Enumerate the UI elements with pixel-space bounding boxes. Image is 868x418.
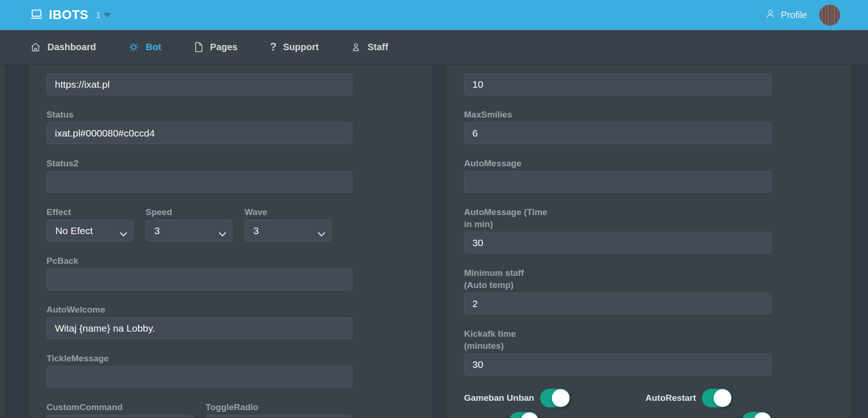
- status2-field-group: Status2: [46, 157, 352, 193]
- automessage-field-group: AutoMessage: [464, 157, 772, 193]
- nav-label: Pages: [210, 42, 238, 52]
- autowelcome-input[interactable]: [46, 317, 352, 339]
- status-label: Status: [46, 109, 352, 121]
- ticklemessage-label: TickleMessage: [46, 353, 352, 365]
- ticklemessage-field-group: TickleMessage: [46, 353, 352, 388]
- url-input[interactable]: [46, 73, 352, 95]
- brand-title: IBOTS: [49, 8, 88, 22]
- gameban-unban-group: Gameban Unban: [464, 389, 570, 407]
- gameban-unban-toggle[interactable]: [540, 389, 570, 407]
- speed-value: 3: [154, 225, 160, 236]
- nav-label: Support: [283, 42, 319, 52]
- chevron-down-icon: [318, 228, 325, 239]
- url-field-group: [46, 73, 352, 95]
- autorestart-label: AutoRestart: [645, 393, 696, 403]
- status-input[interactable]: [46, 122, 352, 144]
- autowelcome-label: AutoWelcome: [46, 304, 352, 316]
- toggle-row-2: [464, 412, 772, 418]
- file-icon: [194, 42, 204, 52]
- effect-label: Effect: [46, 206, 133, 218]
- wave-value: 3: [253, 225, 259, 236]
- customcommand-label: CustomCommand: [46, 401, 193, 413]
- effect-row: Effect No Efect Speed 3: [46, 206, 352, 242]
- autorestart-toggle[interactable]: [702, 389, 732, 407]
- toggleradio-field-group: ToggleRadio: [205, 401, 352, 418]
- automessage-time-label: AutoMessage (Time in min): [464, 206, 772, 230]
- autowelcome-field-group: AutoWelcome: [46, 304, 352, 339]
- chevron-down-icon: [119, 228, 127, 239]
- effect-select[interactable]: No Efect: [46, 220, 133, 242]
- automessage-time-field-group: AutoMessage (Time in min): [464, 206, 772, 254]
- profile-button[interactable]: Profile: [765, 9, 807, 21]
- customcommand-input[interactable]: [46, 415, 193, 418]
- automessage-input[interactable]: [464, 171, 772, 193]
- speed-select[interactable]: 3: [146, 220, 232, 242]
- top-field-group: [464, 73, 772, 95]
- bot-settings-panel-right: MaxSmilies AutoMessage AutoMessage (Time…: [446, 65, 851, 417]
- customcommand-row: CustomCommand ToggleRadio: [46, 401, 352, 418]
- toggleradio-label: ToggleRadio: [205, 401, 352, 413]
- chevron-down-icon: [219, 228, 226, 239]
- pcback-field-group: PcBack: [46, 255, 352, 290]
- wave-label: Wave: [245, 206, 331, 218]
- toggle-partial-2[interactable]: [742, 412, 772, 418]
- toggle-knob: [714, 389, 731, 407]
- instance-count[interactable]: 1: [96, 10, 101, 20]
- toggle-group-partial-1: [509, 412, 539, 418]
- maxsmilies-label: MaxSmilies: [464, 109, 772, 121]
- toggle-row-1: Gameban Unban AutoRestart: [464, 389, 732, 407]
- effect-value: No Efect: [55, 225, 93, 236]
- chevron-down-icon[interactable]: [104, 13, 111, 18]
- nav-label: Dashboard: [47, 42, 96, 52]
- nav-item-pages[interactable]: Pages: [194, 42, 238, 52]
- toggle-group-partial-2: [742, 412, 772, 418]
- maxsmilies-field-group: MaxSmilies: [464, 109, 772, 144]
- gear-icon: [128, 42, 139, 52]
- toggle-knob: [552, 389, 570, 407]
- nav-item-staff[interactable]: Staff: [351, 42, 388, 52]
- toggle-knob: [521, 412, 538, 418]
- content-area: Status Status2 Effect No Efect: [0, 65, 868, 417]
- nav-label: Staff: [367, 42, 388, 52]
- profile-label: Profile: [781, 10, 807, 20]
- toggleradio-input[interactable]: [205, 415, 352, 418]
- automessage-time-input[interactable]: [464, 232, 772, 254]
- toggle-partial-1[interactable]: [509, 412, 539, 418]
- maxsmilies-input[interactable]: [464, 122, 772, 144]
- top-input[interactable]: [464, 73, 772, 95]
- automessage-label: AutoMessage: [464, 157, 772, 170]
- question-icon: ?: [270, 41, 277, 53]
- laptop-icon: [30, 9, 43, 22]
- ticklemessage-input[interactable]: [46, 366, 352, 388]
- wave-select[interactable]: 3: [245, 220, 331, 242]
- autorestart-group: AutoRestart: [645, 389, 732, 407]
- minimum-staff-field-group: Minimum staff (Auto temp): [464, 267, 772, 314]
- kickafk-label: Kickafk time (minutes): [464, 328, 772, 352]
- kickafk-input[interactable]: [464, 353, 772, 375]
- main-nav: Dashboard Bot Pages ? Support: [0, 30, 868, 65]
- pcback-label: PcBack: [46, 255, 352, 267]
- top-header: IBOTS 1 Profile: [0, 0, 868, 30]
- left-edge-panel: [0, 65, 5, 417]
- bot-settings-panel-left: Status Status2 Effect No Efect: [29, 65, 432, 417]
- status-field-group: Status: [46, 109, 352, 144]
- home-icon: [30, 42, 41, 52]
- brand[interactable]: IBOTS: [30, 8, 88, 22]
- nav-item-bot[interactable]: Bot: [128, 42, 161, 52]
- nav-item-support[interactable]: ? Support: [270, 41, 319, 53]
- minimum-staff-input[interactable]: [464, 293, 772, 314]
- minimum-staff-label: Minimum staff (Auto temp): [464, 267, 772, 291]
- person-icon: [351, 42, 361, 52]
- pcback-input[interactable]: [46, 268, 352, 290]
- toggle-knob: [754, 412, 771, 418]
- person-icon: [765, 9, 775, 21]
- gameban-unban-label: Gameban Unban: [464, 393, 534, 403]
- avatar[interactable]: [819, 5, 840, 26]
- speed-label: Speed: [146, 206, 232, 218]
- customcommand-field-group: CustomCommand: [46, 401, 193, 418]
- nav-item-dashboard[interactable]: Dashboard: [30, 42, 96, 52]
- status2-input[interactable]: [46, 171, 352, 193]
- nav-label: Bot: [146, 42, 161, 52]
- kickafk-field-group: Kickafk time (minutes): [464, 328, 772, 375]
- status2-label: Status2: [46, 157, 352, 170]
